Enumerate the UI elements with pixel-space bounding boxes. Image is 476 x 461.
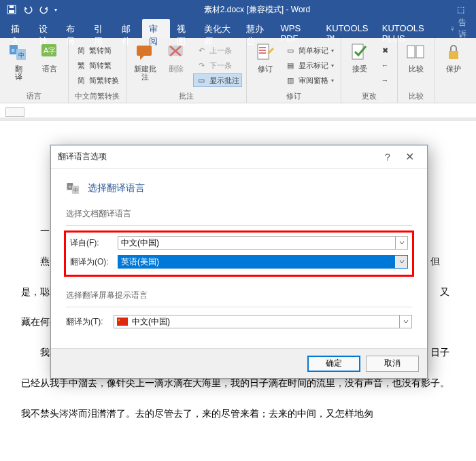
next-comment-button[interactable]: ↷下一条 bbox=[193, 58, 242, 72]
tab-mailings[interactable]: 邮件 bbox=[115, 19, 143, 38]
translation-options-dialog: 翻译语言选项 ? ✕ a中 选择翻译语言 选择文档翻译语言 译自(F): 中文(… bbox=[50, 145, 428, 379]
translate-icon: a中 bbox=[7, 41, 29, 63]
svg-text:A字: A字 bbox=[44, 46, 56, 54]
dialog-footer: 确定 取消 bbox=[51, 348, 427, 378]
to-simple-icon: 简 bbox=[75, 45, 86, 56]
fieldgroup-screentip: 选择翻译屏幕提示语言 翻译为(T): 中文(中国) bbox=[66, 290, 412, 341]
group-tracking: 修订 ▭简单标记▾ ▤显示标记▾ ▥审阅窗格▾ 修订 bbox=[247, 38, 341, 103]
ribbon-tabs: 插入 设计 布局 引用 邮件 审阅 视图 美化大师 慧办公 WPS PDF KU… bbox=[0, 19, 476, 38]
dialog-heading-text: 选择翻译语言 bbox=[88, 182, 145, 194]
translate-from-value: 中文(中国) bbox=[118, 237, 395, 249]
prev-comment-button[interactable]: ↶上一条 bbox=[193, 44, 242, 57]
translate-heading-icon: a中 bbox=[66, 181, 81, 196]
translate-button[interactable]: a中 翻 译 bbox=[4, 40, 33, 90]
tip-lang-combo[interactable]: 中文(中国) bbox=[114, 315, 412, 328]
reject-icon: ✖ bbox=[379, 45, 390, 56]
svg-rect-11 bbox=[258, 44, 269, 59]
dialog-titlebar: 翻译语言选项 ? ✕ bbox=[51, 146, 427, 169]
compare-button[interactable]: 比较 bbox=[402, 40, 430, 90]
tell-me[interactable]: ♀告诉 bbox=[443, 19, 476, 38]
translate-from-label: 译自(F): bbox=[70, 237, 112, 249]
next-change-icon: → bbox=[379, 75, 390, 86]
markup-combo-icon: ▭ bbox=[285, 45, 296, 56]
fieldgroup-document: 选择文档翻译语言 译自(F): 中文(中国) 翻译为(O): 英语(美国) bbox=[66, 208, 412, 290]
to-trad-icon: 繁 bbox=[75, 60, 86, 71]
prev-change-icon: ← bbox=[379, 60, 390, 71]
save-icon[interactable] bbox=[5, 3, 18, 16]
translate-to-combo[interactable]: 英语(美国) bbox=[118, 255, 408, 269]
protect-button[interactable]: 保护 bbox=[439, 40, 468, 101]
window-title: 素材2.docx [兼容模式] - Word bbox=[57, 4, 457, 16]
language-icon: A字 bbox=[39, 41, 61, 63]
delete-comment-button[interactable]: 删除 bbox=[162, 40, 190, 90]
svg-text:中: 中 bbox=[18, 52, 24, 58]
show-markup-button[interactable]: ▤显示标记▾ bbox=[282, 58, 337, 72]
show-comments-button[interactable]: ▭显示批注 bbox=[193, 73, 242, 87]
tab-view[interactable]: 视图 bbox=[170, 19, 198, 38]
tab-references[interactable]: 引用 bbox=[87, 19, 115, 38]
reject-button[interactable]: ✖ bbox=[377, 44, 393, 57]
flag-icon bbox=[117, 318, 129, 326]
ok-button[interactable]: 确定 bbox=[307, 356, 360, 372]
group-label-language: 语言 bbox=[4, 90, 64, 102]
tab-wpspdf[interactable]: WPS PDF bbox=[274, 19, 320, 38]
redo-icon[interactable] bbox=[38, 3, 50, 16]
dialog-title: 翻译语言选项 bbox=[58, 151, 377, 163]
accept-button[interactable]: 接受 bbox=[345, 40, 374, 90]
language-button[interactable]: A字 语言 bbox=[35, 40, 64, 90]
tab-insert[interactable]: 插入 bbox=[4, 19, 32, 38]
tab-kutools-plus[interactable]: KUTOOLS PLUS bbox=[375, 19, 443, 38]
fieldgroup-document-label: 选择文档翻译语言 bbox=[66, 208, 412, 220]
svg-rect-9 bbox=[137, 46, 152, 56]
track-changes-icon bbox=[254, 41, 276, 63]
tab-layout[interactable]: 布局 bbox=[59, 19, 87, 38]
tab-review[interactable]: 审阅 bbox=[142, 19, 170, 38]
quick-access-toolbar: ▾ bbox=[5, 3, 57, 16]
markup-combo[interactable]: ▭简单标记▾ bbox=[282, 44, 337, 57]
ruler bbox=[0, 103, 476, 118]
ribbon-body: a中 翻 译 A字 语言 语言 简繁转简 繁简转繁 简简繁转换 中文简繁转换 新… bbox=[0, 38, 476, 103]
group-protect: 保护 bbox=[435, 38, 472, 103]
compare-icon bbox=[405, 41, 427, 63]
svg-text:a: a bbox=[12, 47, 15, 53]
show-markup-icon: ▤ bbox=[285, 60, 296, 71]
highlighted-fields: 译自(F): 中文(中国) 翻译为(O): 英语(美国) bbox=[66, 233, 412, 275]
prev-icon: ↶ bbox=[196, 45, 207, 56]
prev-change-button[interactable]: ← bbox=[377, 58, 393, 72]
convert-cn-button[interactable]: 简简繁转换 bbox=[73, 73, 122, 87]
translate-to-label: 翻译为(O): bbox=[70, 256, 112, 268]
group-changes: 接受 ✖ ← → 更改 bbox=[341, 38, 398, 103]
dialog-heading: a中 选择翻译语言 bbox=[66, 181, 412, 196]
win-unknown-icon[interactable]: ⬚ bbox=[457, 5, 471, 14]
dialog-help-button[interactable]: ? bbox=[377, 152, 398, 163]
review-pane-button[interactable]: ▥审阅窗格▾ bbox=[282, 73, 337, 87]
new-comment-button[interactable]: 新建批注 bbox=[131, 40, 159, 90]
next-icon: ↷ bbox=[196, 60, 207, 71]
undo-icon[interactable] bbox=[22, 3, 34, 16]
tab-huiban[interactable]: 慧办公 bbox=[239, 19, 274, 38]
cancel-button[interactable]: 取消 bbox=[366, 356, 419, 372]
title-bar: ▾ 素材2.docx [兼容模式] - Word ⬚ bbox=[0, 0, 476, 19]
group-cnconv: 简繁转简 繁简转繁 简简繁转换 中文简繁转换 bbox=[69, 38, 126, 103]
lightbulb-icon: ♀ bbox=[449, 24, 456, 33]
chevron-down-icon bbox=[399, 315, 411, 328]
svg-rect-2 bbox=[10, 5, 14, 8]
delete-comment-icon bbox=[165, 41, 187, 63]
to-trad-button[interactable]: 繁简转繁 bbox=[73, 58, 122, 72]
group-label-cnconv: 中文简繁转换 bbox=[73, 90, 122, 102]
translate-from-combo[interactable]: 中文(中国) bbox=[118, 236, 408, 250]
convert-cn-icon: 简 bbox=[75, 75, 86, 86]
dialog-close-button[interactable]: ✕ bbox=[398, 150, 420, 163]
group-comments: 新建批注 删除 ↶上一条 ↷下一条 ▭显示批注 批注 bbox=[126, 38, 247, 103]
tab-kutools[interactable]: KUTOOLS ™ bbox=[320, 19, 375, 38]
new-comment-icon bbox=[134, 41, 156, 63]
review-pane-icon: ▥ bbox=[285, 75, 296, 86]
divider bbox=[66, 307, 412, 307]
group-label-protect bbox=[439, 101, 468, 102]
group-label-comments: 批注 bbox=[131, 90, 242, 102]
next-change-button[interactable]: → bbox=[377, 73, 393, 87]
tab-design[interactable]: 设计 bbox=[32, 19, 60, 38]
track-changes-button[interactable]: 修订 bbox=[251, 40, 279, 90]
to-simple-button[interactable]: 简繁转简 bbox=[73, 44, 122, 57]
tab-beautify[interactable]: 美化大师 bbox=[197, 19, 239, 38]
